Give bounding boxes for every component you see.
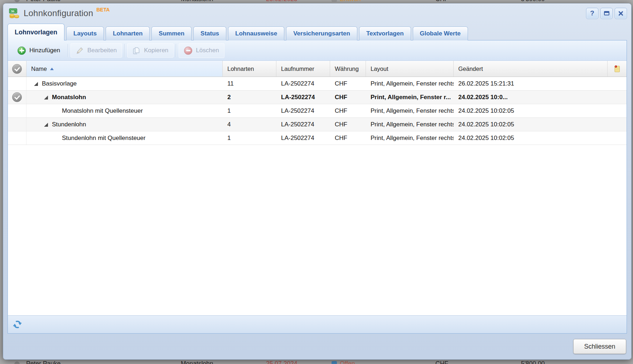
row-name-cell: Stundenlohn	[26, 118, 223, 131]
grid-row[interactable]: Stundenlohn4LA-2502274CHFPrint, Allgemei…	[8, 118, 627, 131]
edit-button[interactable]: Bearbeiten	[71, 43, 122, 58]
row-check-cell	[8, 118, 26, 131]
avatar-circle-icon	[14, 361, 20, 364]
row-lohnarten: 4	[223, 118, 276, 131]
tab-globale-werte[interactable]: Globale Werte	[413, 26, 468, 40]
header-notes-column[interactable]	[608, 61, 627, 77]
grid-body: Basisvorlage11LA-2502274CHFPrint, Allgem…	[8, 77, 627, 315]
tree-expander-icon[interactable]	[34, 81, 39, 86]
grid-row[interactable]: Monatslohn mit Quellensteuer1LA-2502274C…	[8, 104, 627, 118]
maximize-button[interactable]	[600, 8, 613, 19]
toolbar-separator	[124, 44, 125, 57]
copy-button-label: Kopieren	[144, 47, 168, 54]
dialog-title: Lohnkonfiguration	[24, 8, 93, 18]
row-name: Stundenlohn	[52, 121, 86, 128]
avatar-circle-icon	[14, 0, 20, 2]
copy-button[interactable]: Kopieren	[127, 43, 174, 58]
close-icon	[618, 10, 624, 16]
header-waehrung[interactable]: Währung	[330, 61, 366, 77]
row-name: Monatslohn	[52, 94, 86, 101]
row-lohnarten: 1	[223, 104, 276, 117]
bg-employee: Peter Pauke	[26, 360, 61, 364]
header-name[interactable]: Name	[26, 61, 223, 77]
bg-status: Entwurf	[340, 0, 361, 3]
row-name-cell: Monatslohn	[26, 91, 223, 104]
header-name-label: Name	[31, 65, 47, 72]
maximize-icon	[604, 11, 609, 15]
header-geaendert[interactable]: Geändert	[454, 61, 608, 77]
tab-lohnvorlagen[interactable]: Lohnvorlagen	[8, 24, 64, 40]
header-laufnummer[interactable]: Laufnummer	[276, 61, 330, 77]
bg-currency: CHF	[435, 0, 448, 3]
row-lohnarten: 2	[223, 91, 276, 104]
bg-date: 25.07.2024	[266, 360, 298, 364]
templates-grid: Name Lohnarten Laufnummer Währung Layout…	[8, 61, 627, 333]
delete-button-label: Löschen	[196, 47, 219, 54]
tab-layouts[interactable]: Layouts	[66, 26, 104, 40]
status-draft-icon	[332, 0, 337, 2]
bg-currency: CHF	[435, 360, 448, 364]
toolbar: Hinzufügen Bearbeiten	[8, 40, 627, 61]
row-check-cell	[8, 104, 26, 117]
tab-summen[interactable]: Summen	[151, 26, 192, 40]
add-button[interactable]: Hinzufügen	[12, 43, 66, 58]
row-geaendert: 24.02.2025 10:02:05	[454, 131, 608, 145]
row-laufnummer: LA-2502274	[276, 77, 330, 90]
row-lohnarten: 1	[223, 131, 276, 145]
row-laufnummer: LA-2502274	[276, 91, 330, 104]
grid-row[interactable]: Basisvorlage11LA-2502274CHFPrint, Allgem…	[8, 77, 627, 91]
tab-bar: LohnvorlagenLayoutsLohnartenSummenStatus…	[3, 22, 631, 40]
refresh-icon[interactable]	[13, 320, 22, 329]
row-waehrung: CHF	[330, 104, 366, 117]
help-button[interactable]: ?	[586, 8, 598, 19]
tab-textvorlagen[interactable]: Textvorlagen	[359, 26, 411, 40]
tree-expander-icon	[54, 108, 59, 113]
bg-amount: 5'800.00	[521, 360, 545, 364]
row-lohnarten: 11	[223, 77, 276, 90]
content-panel: Hinzufügen Bearbeiten	[8, 40, 627, 334]
row-name-cell: Basisvorlage	[26, 77, 223, 90]
bg-date: 25.02.2025	[266, 0, 298, 3]
row-waehrung: CHF	[330, 91, 366, 104]
row-laufnummer: LA-2502274	[276, 104, 330, 117]
svg-text:50: 50	[11, 10, 14, 13]
delete-button[interactable]: Löschen	[179, 43, 224, 58]
grid-footer	[8, 315, 627, 333]
default-check-icon	[12, 92, 22, 102]
row-laufnummer: LA-2502274	[276, 118, 330, 131]
row-note-cell	[608, 104, 627, 117]
row-laufnummer: LA-2502274	[276, 131, 330, 145]
row-note-cell	[608, 91, 627, 104]
window-controls: ?	[586, 8, 627, 19]
header-check-column[interactable]	[8, 61, 26, 77]
tab-versicherungsarten[interactable]: Versicherungsarten	[286, 26, 357, 40]
row-geaendert: 24.02.2025 10:02:05	[454, 118, 608, 131]
row-geaendert: 24.02.2025 10:02:05	[454, 104, 608, 117]
tab-status[interactable]: Status	[193, 26, 226, 40]
row-check-cell	[8, 77, 26, 90]
row-layout: Print, Allgemein, Fenster rechts	[366, 77, 454, 90]
header-lohnarten[interactable]: Lohnarten	[223, 61, 276, 77]
delete-minus-icon	[184, 47, 192, 55]
tab-lohnarten[interactable]: Lohnarten	[106, 26, 150, 40]
schliessen-button[interactable]: Schliessen	[573, 339, 626, 354]
bg-wage-type: Monatslohn	[181, 0, 213, 3]
row-name: Stundenlohn mit Quellensteuer	[62, 135, 145, 142]
tree-expander-icon[interactable]	[44, 95, 49, 100]
row-name-cell: Monatslohn mit Quellensteuer	[26, 104, 223, 117]
row-waehrung: CHF	[330, 131, 366, 145]
tree-expander-icon[interactable]	[44, 122, 49, 127]
close-window-button[interactable]	[615, 8, 627, 19]
dialog-titlebar: 50 Lohnkonfiguration BETA ?	[3, 4, 631, 22]
grid-row[interactable]: Monatslohn2LA-2502274CHFPrint, Allgemein…	[8, 91, 627, 104]
grid-row[interactable]: Stundenlohn mit Quellensteuer1LA-2502274…	[8, 131, 627, 145]
header-layout[interactable]: Layout	[366, 61, 454, 77]
row-layout: Print, Allgemein, Fenster r...	[366, 91, 454, 104]
row-layout: Print, Allgemein, Fenster rechts	[366, 118, 454, 131]
row-note-cell	[608, 118, 627, 131]
add-plus-icon	[18, 47, 26, 55]
status-open-icon	[332, 361, 337, 364]
copy-icon	[132, 47, 140, 54]
tab-lohnausweise[interactable]: Lohnausweise	[228, 26, 284, 40]
add-button-label: Hinzufügen	[29, 47, 60, 54]
